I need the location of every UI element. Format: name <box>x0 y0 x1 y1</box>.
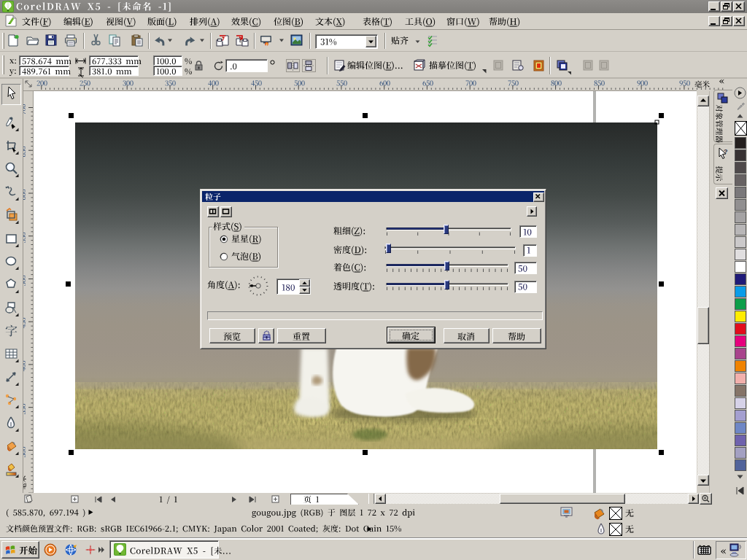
svg-text:?: ? <box>724 148 728 155</box>
